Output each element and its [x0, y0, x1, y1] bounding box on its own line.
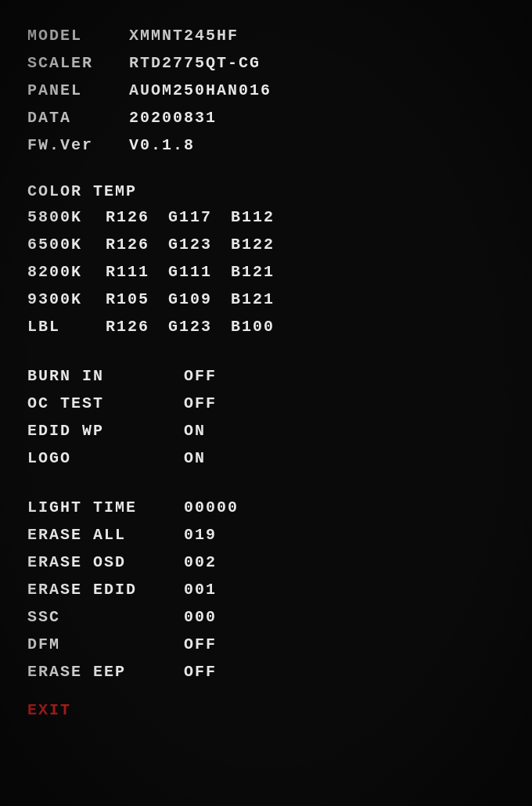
ct-r-value: R126	[106, 205, 168, 229]
settings-value: OFF	[184, 391, 217, 416]
info-block: MODELXMMNT245HFSCALERRTD2775QT-CGPANELAU…	[27, 23, 505, 160]
info-label: DATA	[27, 106, 129, 130]
ct-temp-label: 8200K	[27, 260, 106, 284]
ct-r-value: R126	[106, 232, 168, 257]
ct-g-value: G117	[168, 205, 231, 229]
info-value: XMMNT245HF	[129, 23, 239, 48]
settings-label: LOGO	[27, 446, 184, 470]
ct-b-value: B112	[231, 205, 293, 229]
counter-row: DFMOFF	[27, 632, 505, 657]
ct-temp-label: 6500K	[27, 232, 106, 257]
counter-value: 00000	[184, 495, 239, 520]
counter-row: ERASE OSD002	[27, 550, 505, 574]
settings-block: BURN INOFFOC TESTOFFEDID WPONLOGOON	[27, 364, 505, 473]
counter-row: ERASE EEPOFF	[27, 660, 505, 684]
info-row: FW.VerV0.1.8	[27, 133, 505, 157]
color-temp-row: LBL R126 G123 B100	[27, 315, 505, 339]
ct-g-value: G111	[168, 260, 231, 284]
settings-row: OC TESTOFF	[27, 391, 505, 416]
info-row: PANELAUOM250HAN016	[27, 78, 505, 103]
color-temp-row: 8200K R111 G111 B121	[27, 260, 505, 284]
counters-block: LIGHT TIME00000ERASE ALL019ERASE OSD002E…	[27, 495, 505, 687]
ct-r-value: R126	[106, 315, 168, 339]
settings-row: BURN INOFF	[27, 364, 505, 388]
counter-row: ERASE EDID001	[27, 578, 505, 602]
counter-label: ERASE EEP	[27, 660, 184, 684]
settings-row: EDID WPON	[27, 419, 505, 443]
counter-label: ERASE EDID	[27, 578, 184, 602]
info-value: 20200831	[129, 106, 217, 130]
counter-value: 002	[184, 550, 217, 574]
settings-row: LOGOON	[27, 446, 505, 470]
ct-b-value: B100	[231, 315, 293, 339]
ct-b-value: B121	[231, 260, 293, 284]
settings-label: EDID WP	[27, 419, 184, 443]
counter-label: SSC	[27, 605, 184, 629]
counter-value: OFF	[184, 660, 217, 684]
ct-g-value: G123	[168, 232, 231, 257]
ct-r-value: R111	[106, 260, 168, 284]
counter-value: OFF	[184, 632, 217, 657]
info-label: SCALER	[27, 51, 129, 75]
info-label: FW.Ver	[27, 133, 129, 157]
counter-label: DFM	[27, 632, 184, 657]
info-value: V0.1.8	[129, 133, 195, 157]
counter-label: ERASE OSD	[27, 550, 184, 574]
ct-temp-label: LBL	[27, 315, 106, 339]
settings-value: ON	[184, 419, 206, 443]
info-label: MODEL	[27, 23, 129, 48]
counter-row: LIGHT TIME00000	[27, 495, 505, 520]
exit-button[interactable]: EXIT	[27, 698, 505, 722]
ct-r-value: R105	[106, 287, 168, 311]
settings-label: BURN IN	[27, 364, 184, 388]
counter-label: LIGHT TIME	[27, 495, 184, 520]
info-row: SCALERRTD2775QT-CG	[27, 51, 505, 75]
color-temp-row: 5800K R126 G117 B112	[27, 205, 505, 229]
counter-value: 019	[184, 523, 217, 547]
ct-b-value: B122	[231, 232, 293, 257]
ct-b-value: B121	[231, 287, 293, 311]
settings-value: OFF	[184, 364, 217, 388]
color-temp-row: 9300K R105 G109 B121	[27, 287, 505, 311]
counter-value: 000	[184, 605, 217, 629]
counter-value: 001	[184, 578, 217, 602]
counter-row: ERASE ALL019	[27, 523, 505, 547]
info-label: PANEL	[27, 78, 129, 103]
color-temp-header: COLOR TEMP	[27, 182, 505, 200]
ct-temp-label: 9300K	[27, 287, 106, 311]
ct-g-value: G109	[168, 287, 231, 311]
settings-label: OC TEST	[27, 391, 184, 416]
color-temp-block: COLOR TEMP 5800K R126 G117 B112 6500K R1…	[27, 182, 505, 342]
counter-row: SSC000	[27, 605, 505, 629]
info-value: AUOM250HAN016	[129, 78, 271, 103]
ct-temp-label: 5800K	[27, 205, 106, 229]
counter-label: ERASE ALL	[27, 523, 184, 547]
info-row: DATA20200831	[27, 106, 505, 130]
settings-value: ON	[184, 446, 206, 470]
screen: MODELXMMNT245HFSCALERRTD2775QT-CGPANELAU…	[0, 0, 532, 806]
color-temp-row: 6500K R126 G123 B122	[27, 232, 505, 257]
info-row: MODELXMMNT245HF	[27, 23, 505, 48]
info-value: RTD2775QT-CG	[129, 51, 261, 75]
ct-g-value: G123	[168, 315, 231, 339]
